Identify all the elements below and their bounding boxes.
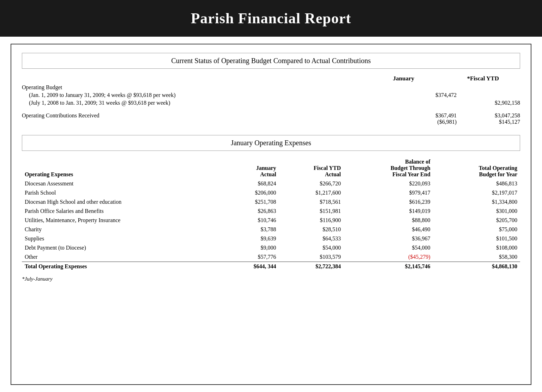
budget-label-3: Operating Contributions Received: [22, 112, 393, 119]
total-total: $4,868,130: [433, 262, 520, 271]
th-ytd: Fiscal YTD Actual: [279, 157, 344, 179]
expense-row-7: Debt Payment (to Diocese)$9,000$54,000$5…: [22, 243, 520, 252]
expense-total-1: $2,197,017: [433, 188, 520, 197]
footnote: *July-January: [22, 276, 520, 282]
expense-balance-0: $220,093: [344, 179, 433, 188]
expense-total-0: $486,813: [433, 179, 520, 188]
expense-total-7: $108,000: [433, 243, 520, 252]
expense-ytd-3: $151,981: [279, 207, 344, 216]
expense-total-4: $205,700: [433, 216, 520, 225]
expense-label-0: Diocesan Assessment: [22, 179, 223, 188]
expense-balance-5: $46,490: [344, 225, 433, 234]
expense-label-2: Diocesan High School and other education: [22, 197, 223, 207]
expense-ytd-7: $54,000: [279, 243, 344, 252]
expense-balance-3: $149,019: [344, 207, 433, 216]
expense-label-8: Other: [22, 252, 223, 262]
expense-ytd-1: $1,217,600: [279, 188, 344, 197]
expense-balance-1: $979,417: [344, 188, 433, 197]
expense-row-4: Utilities, Maintenance, Property Insuran…: [22, 216, 520, 225]
total-jan: $644, 344: [223, 262, 279, 271]
budget-row-0: Operating Budget: [22, 84, 520, 91]
budget-row-3: Operating Contributions Received $367,49…: [22, 112, 520, 125]
expense-total-6: $101,500: [433, 234, 520, 243]
expense-label-7: Debt Payment (to Diocese): [22, 243, 223, 252]
expense-row-8: Other$57,776$103,579($45,279)$58,300: [22, 252, 520, 262]
budget-val-ytd-2: $2,902,158: [457, 100, 520, 106]
expense-balance-8: ($45,279): [344, 252, 433, 262]
th-jan: January Actual: [223, 157, 279, 179]
budget-row-1: (Jan. 1, 2009 to January 31, 2009; 4 wee…: [22, 92, 520, 98]
expense-ytd-4: $116,900: [279, 216, 344, 225]
budget-val-ytd-3: $3,047,258 $145,127: [457, 112, 520, 125]
bottom-section-title: January Operating Expenses: [22, 135, 520, 151]
expense-balance-2: $616,239: [344, 197, 433, 207]
expense-total-5: $75,000: [433, 225, 520, 234]
expense-ytd-6: $64,533: [279, 234, 344, 243]
expense-ytd-2: $718,561: [279, 197, 344, 207]
top-col-headers: January *Fiscal YTD: [22, 75, 520, 82]
expense-ytd-8: $103,579: [279, 252, 344, 262]
budget-label-0: Operating Budget: [22, 84, 393, 91]
th-label: Operating Expenses: [22, 157, 223, 179]
expense-jan-4: $10,746: [223, 216, 279, 225]
expense-ytd-0: $266,720: [279, 179, 344, 188]
th-balance: Balance of Budget Through Fiscal Year En…: [344, 157, 433, 179]
expense-label-6: Supplies: [22, 234, 223, 243]
expense-jan-7: $9,000: [223, 243, 279, 252]
budget-label-2: (July 1, 2008 to Jan. 31, 2009; 31 weeks…: [22, 100, 393, 106]
top-section-title: Current Status of Operating Budget Compa…: [22, 53, 520, 69]
expense-label-4: Utilities, Maintenance, Property Insuran…: [22, 216, 223, 225]
expense-total-3: $301,000: [433, 207, 520, 216]
page-wrapper: Parish Financial Report Current Status o…: [0, 0, 542, 392]
report-body: Current Status of Operating Budget Compa…: [11, 44, 531, 385]
expense-balance-7: $54,000: [344, 243, 433, 252]
bottom-section: January Operating Expenses Operating Exp…: [22, 135, 520, 282]
top-section: Current Status of Operating Budget Compa…: [22, 53, 520, 125]
total-ytd: $2,722,384: [279, 262, 344, 271]
total-label: Total Operating Expenses: [22, 262, 223, 271]
budget-val-jan-1: $374,472: [393, 92, 457, 98]
total-balance: $2,145,746: [344, 262, 433, 271]
budget-row-2: (July 1, 2008 to Jan. 31, 2009; 31 weeks…: [22, 100, 520, 106]
expense-label-5: Charity: [22, 225, 223, 234]
expenses-table: Operating Expenses January Actual Fiscal…: [22, 157, 520, 271]
expense-total-8: $58,300: [433, 252, 520, 262]
expense-balance-6: $36,967: [344, 234, 433, 243]
expenses-header-row: Operating Expenses January Actual Fiscal…: [22, 157, 520, 179]
expense-jan-1: $206,000: [223, 188, 279, 197]
expense-jan-2: $251,708: [223, 197, 279, 207]
expense-jan-3: $26,863: [223, 207, 279, 216]
expense-jan-5: $3,788: [223, 225, 279, 234]
expense-row-0: Diocesan Assessment$68,824$266,720$220,0…: [22, 179, 520, 188]
expense-ytd-5: $28,510: [279, 225, 344, 234]
th-total: Total Operating Budget for Year: [433, 157, 520, 179]
col-header-ytd: *Fiscal YTD: [435, 75, 499, 82]
total-row: Total Operating Expenses $644, 344 $2,72…: [22, 262, 520, 271]
expense-jan-6: $9,639: [223, 234, 279, 243]
expense-balance-4: $88,800: [344, 216, 433, 225]
expense-label-1: Parish School: [22, 188, 223, 197]
expense-row-2: Diocesan High School and other education…: [22, 197, 520, 207]
expense-row-3: Parish Office Salaries and Benefits$26,8…: [22, 207, 520, 216]
budget-label-1: (Jan. 1, 2009 to January 31, 2009; 4 wee…: [22, 92, 393, 98]
expense-total-2: $1,334,800: [433, 197, 520, 207]
col-header-jan: January: [351, 75, 414, 82]
report-title: Parish Financial Report: [14, 10, 528, 27]
expense-label-3: Parish Office Salaries and Benefits: [22, 207, 223, 216]
expense-row-5: Charity$3,788$28,510$46,490$75,000: [22, 225, 520, 234]
budget-val-jan-3: $367,491 ($6,981): [393, 112, 457, 125]
expense-row-6: Supplies$9,639$64,533$36,967$101,500: [22, 234, 520, 243]
expense-row-1: Parish School$206,000$1,217,600$979,417$…: [22, 188, 520, 197]
report-header: Parish Financial Report: [0, 0, 542, 37]
expense-jan-0: $68,824: [223, 179, 279, 188]
expense-jan-8: $57,776: [223, 252, 279, 262]
